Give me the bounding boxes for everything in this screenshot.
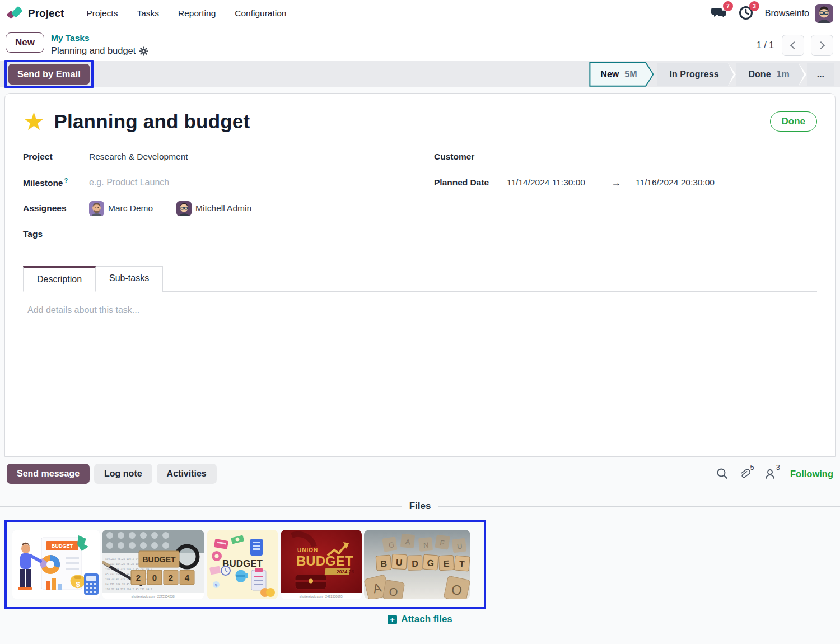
breadcrumb-current: Planning and budget <box>51 44 136 57</box>
menu-projects[interactable]: Projects <box>80 4 124 23</box>
kanban-state-badge[interactable]: Done <box>770 111 818 132</box>
send-message-button[interactable]: Send message <box>7 464 90 484</box>
user-menu[interactable]: Browseinfo <box>765 4 833 23</box>
log-note-button[interactable]: Log note <box>94 464 152 484</box>
stage-new-label: New <box>600 69 619 80</box>
assignee-mitchell-admin[interactable]: Mitchell Admin <box>176 201 251 216</box>
assignee-name: Marc Demo <box>108 203 153 213</box>
file-thumbnail-budget-yellow-illustration[interactable]: BUDGET $ <box>207 530 278 599</box>
svg-text:D: D <box>412 559 418 568</box>
file-thumbnail-union-budget-poster[interactable]: UNION BUDGET 2024-25 shutterstock.com · … <box>281 530 362 599</box>
svg-text:4: 4 <box>185 573 190 582</box>
svg-text:E: E <box>443 559 450 569</box>
stage-new[interactable]: New 5M <box>589 62 654 87</box>
project-app-logo <box>7 5 24 22</box>
search-icon <box>716 468 729 480</box>
plus-icon: + <box>388 615 397 624</box>
description-placeholder: Add details about this task... <box>27 305 139 315</box>
svg-text:BUDGET: BUDGET <box>296 553 353 568</box>
stage-done[interactable]: Done 1m <box>736 63 799 86</box>
menu-configuration[interactable]: Configuration <box>228 4 293 23</box>
app-switcher[interactable]: Project <box>7 5 64 22</box>
svg-text:190.22 84.233 104.2 45.233 84.: 190.22 84.233 104.2 45.233 84.2 <box>105 588 152 591</box>
tags-field-label: Tags <box>23 229 89 239</box>
svg-text:45.233 190.22 84.23 104.20 190: 45.233 190.22 84.23 104.20 190.2 <box>105 573 154 576</box>
menu-tasks[interactable]: Tasks <box>130 4 166 23</box>
tab-sub-tasks[interactable]: Sub-tasks <box>96 266 163 292</box>
svg-text:BUDGET: BUDGET <box>52 543 73 549</box>
pager-previous-button[interactable] <box>782 35 804 56</box>
chatter-toolbar: Send message Log note Activities 5 3 Fol… <box>0 457 840 484</box>
new-button[interactable]: New <box>6 32 44 53</box>
svg-text:$: $ <box>76 580 80 589</box>
followers-button[interactable]: 3 <box>764 468 780 480</box>
svg-text:G: G <box>427 558 435 568</box>
gear-icon[interactable] <box>139 46 148 56</box>
planned-date-start[interactable]: 11/14/2024 11:30:00 <box>507 178 585 188</box>
activities-menu[interactable]: 3 <box>739 5 754 22</box>
chevron-left-icon <box>790 41 798 49</box>
activities-button[interactable]: Activities <box>157 464 217 484</box>
svg-text:84.233 104.20 45.23 190.22 104: 84.233 104.20 45.23 190.22 104.2 <box>105 583 154 586</box>
milestone-help-icon[interactable]: ? <box>64 177 68 184</box>
svg-text:B: B <box>380 559 388 569</box>
person-icon <box>764 468 776 480</box>
messages-menu[interactable]: 7 <box>711 5 727 22</box>
file-thumbnail-budget-cubes[interactable]: G A N F U B U D G E <box>364 530 470 599</box>
main-menu: Projects Tasks Reporting Configuration <box>80 4 293 23</box>
planned-date-end[interactable]: 11/16/2024 20:30:00 <box>636 178 715 188</box>
file-thumbnail-budget-cartoon[interactable]: BUDGET $ <box>12 530 100 599</box>
stage-more-label: ... <box>817 69 824 80</box>
assignee-marc-demo[interactable]: Marc Demo <box>89 201 153 216</box>
attach-files-button[interactable]: + Attach files <box>388 614 452 625</box>
stage-in-progress[interactable]: In Progress <box>657 63 728 86</box>
project-field-value[interactable]: Research & Development <box>89 152 188 162</box>
attachments-button[interactable]: 5 <box>739 468 754 480</box>
search-messages-button[interactable] <box>716 468 729 480</box>
breadcrumb-my-tasks[interactable]: My Tasks <box>51 32 148 44</box>
pager-next-button[interactable] <box>811 35 833 56</box>
task-title[interactable]: Planning and budget <box>54 110 760 133</box>
milestone-field-label: Milestone? <box>23 177 89 188</box>
svg-text:G: G <box>388 540 395 549</box>
notebook-tabs: Description Sub-tasks <box>23 266 817 292</box>
svg-text:N: N <box>423 541 429 550</box>
description-editor[interactable]: Add details about this task... <box>23 292 817 456</box>
svg-text:U: U <box>456 542 463 551</box>
annotation-box-send-by-email: Send by Email <box>4 60 94 88</box>
stage-new-duration: 5M <box>624 69 637 80</box>
attach-files-label: Attach files <box>401 614 452 625</box>
customer-field-label: Customer <box>434 152 507 162</box>
date-range-arrow-icon: → <box>611 177 621 189</box>
task-form-sheet: ★ Planning and budget Done Project Resea… <box>4 93 836 457</box>
svg-text:2024-25: 2024-25 <box>337 569 354 575</box>
stage-more[interactable]: ... <box>807 63 834 86</box>
svg-text:2: 2 <box>136 573 141 582</box>
svg-text:U: U <box>396 558 403 568</box>
form-statusbar: Send by Email New 5M In Progress Done 1m… <box>0 61 840 87</box>
assignee-avatar <box>89 201 104 216</box>
user-avatar <box>815 4 833 23</box>
menu-reporting[interactable]: Reporting <box>171 4 222 23</box>
tab-description[interactable]: Description <box>23 266 96 292</box>
assignee-name: Mitchell Admin <box>195 203 251 213</box>
planned-date-field-label: Planned Date <box>434 178 507 188</box>
assignees-field-label: Assignees <box>23 203 89 213</box>
paperclip-icon <box>739 468 750 480</box>
app-name: Project <box>28 7 64 20</box>
milestone-field-input[interactable]: e.g. Product Launch <box>89 178 169 188</box>
stage-in-progress-label: In Progress <box>670 69 719 80</box>
assignee-avatar <box>176 201 192 216</box>
files-section-title: Files <box>409 501 431 512</box>
file-thumbnail-budget-2024-photo[interactable]: 104.202 45.23 190.2 84.23 104.2 84.233 1… <box>102 530 204 599</box>
control-panel: New My Tasks Planning and budget <box>0 27 840 61</box>
stage-done-label: Done <box>749 69 771 80</box>
user-name: Browseinfo <box>765 8 809 18</box>
following-toggle[interactable]: Following <box>790 469 833 479</box>
files-section-divider: Files <box>0 501 840 512</box>
favorite-star-icon[interactable]: ★ <box>23 109 45 134</box>
send-by-email-button[interactable]: Send by Email <box>8 64 90 85</box>
stage-done-duration: 1m <box>777 69 790 80</box>
chevron-right-icon <box>817 41 825 49</box>
followers-count: 3 <box>776 463 780 475</box>
